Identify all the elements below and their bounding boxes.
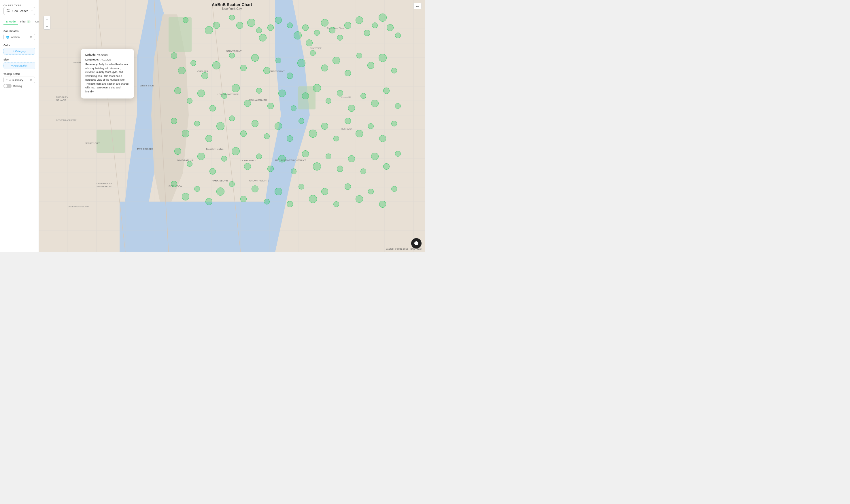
delete-tooltip-icon[interactable]: 🗑 [30, 78, 33, 82]
svg-text:Queensboro Plaza: Queensboro Plaza [327, 27, 344, 29]
tooltip-field-row[interactable]: ⠿ A summary 🗑 [3, 77, 35, 83]
color-label: Color [3, 44, 35, 47]
coordinates-field[interactable]: 🌐 location 🗑 [3, 34, 35, 40]
binning-row: Binning [3, 83, 35, 89]
tooltip-summary-text: Fully furnished bedroom in a luxury buil… [85, 63, 129, 93]
chevron-down-icon: ▾ [31, 10, 33, 12]
add-size-button[interactable]: + Aggregation [3, 62, 35, 69]
svg-rect-1 [8, 9, 10, 11]
text-icon: A [9, 79, 11, 82]
more-options-button[interactable]: ··· [413, 3, 422, 9]
chart-type-text: Geo Scatter [12, 10, 30, 13]
svg-text:BEDFORD-STUYVESANT: BEDFORD-STUYVESANT [275, 159, 306, 162]
binning-label: Binning [13, 85, 22, 88]
svg-text:SQUARE: SQUARE [56, 99, 66, 101]
color-section: Color + Category [3, 44, 35, 55]
map-background: WEST SIDE CHELSEA STUYVESANT LOWER EAST … [39, 0, 425, 252]
svg-text:VINEGAR HILL: VINEGAR HILL [177, 159, 195, 162]
tabs-container: Encode Filter1 Customize [3, 18, 35, 26]
tooltip-lon-value: -74.01722 [100, 58, 111, 61]
svg-text:GOVERNORS ISLAND: GOVERNORS ISLAND [68, 205, 89, 208]
svg-text:Linden Hill: Linden Hill [341, 96, 351, 98]
svg-text:BERGEN/LAFAYETTE: BERGEN/LAFAYETTE [56, 119, 77, 121]
map-area: AirBnB Scatter Chart New York City ··· [39, 0, 425, 252]
binning-toggle[interactable] [3, 84, 12, 88]
svg-text:STUYVESANT: STUYVESANT [226, 50, 242, 52]
svg-text:WEST SIDE: WEST SIDE [140, 84, 154, 87]
add-color-button[interactable]: + Category [3, 48, 35, 55]
tooltip-detail-section: Tooltip Detail ⠿ A summary 🗑 Binning [3, 73, 35, 89]
size-label: Size [3, 58, 35, 61]
svg-rect-34 [298, 86, 316, 109]
svg-text:CHELSEA: CHELSEA [197, 70, 208, 73]
delete-coordinates-icon[interactable]: 🗑 [30, 35, 33, 39]
svg-text:CLINTON HILL: CLINTON HILL [241, 159, 256, 162]
zoom-out-button[interactable]: − [43, 23, 50, 30]
zoom-controls: + − [43, 16, 50, 30]
tab-filter[interactable]: Filter1 [18, 18, 33, 25]
svg-rect-33 [169, 17, 192, 52]
chart-type-section: CHART TYPE Geo Scatter ▾ [3, 4, 35, 15]
tooltip-summary-label: Summary: [85, 63, 98, 66]
svg-text:WATERFRONT: WATERFRONT [96, 185, 113, 188]
tooltip-lat: Latitude: 40.71035 [85, 53, 129, 57]
svg-text:WILLIAMSBURG: WILLIAMSBURG [249, 99, 267, 101]
tooltip-lon-label: Longitude: [85, 58, 99, 61]
svg-rect-3 [8, 11, 10, 12]
size-section: Size + Aggregation [3, 58, 35, 69]
zoom-in-button[interactable]: + [43, 16, 50, 23]
tooltip-detail-label: Tooltip Detail [3, 73, 35, 75]
map-tooltip-popup: Latitude: 40.71035 Longitude: -74.01722 … [81, 49, 134, 98]
svg-rect-0 [7, 9, 8, 11]
tooltip-lat-value: 40.71035 [97, 53, 108, 56]
coordinates-section: Coordinates 🌐 location 🗑 [3, 30, 35, 40]
svg-rect-35 [96, 130, 125, 152]
svg-text:LOWER EAST SIDE: LOWER EAST SIDE [217, 93, 238, 96]
coordinates-label: Coordinates [3, 30, 35, 33]
tooltip-summary: Summary: Fully furnished bedroom in a lu… [85, 62, 129, 94]
svg-text:BUSHWICK: BUSHWICK [341, 128, 352, 130]
svg-text:COLUMBIA ST: COLUMBIA ST [96, 182, 112, 185]
map-tiles: WEST SIDE CHELSEA STUYVESANT LOWER EAST … [39, 0, 425, 252]
svg-text:JERSEY CITY: JERSEY CITY [85, 142, 100, 145]
tooltip-lat-label: Latitude: [85, 53, 96, 56]
svg-text:CROWN HEIGHTS: CROWN HEIGHTS [249, 179, 269, 182]
tooltip-lon: Longitude: -74.01722 [85, 58, 129, 62]
svg-text:RED HOOK: RED HOOK [169, 185, 182, 188]
svg-text:MCGINLEY: MCGINLEY [56, 96, 68, 98]
svg-text:GREENPOINT: GREENPOINT [269, 70, 285, 73]
svg-text:TWO BRIDGES: TWO BRIDGES [137, 148, 153, 150]
tab-encode[interactable]: Encode [3, 18, 18, 25]
drag-handle-icon: ⠿ [6, 79, 8, 81]
svg-text:Brooklyn Heights: Brooklyn Heights [206, 148, 223, 150]
svg-text:PARK SLOPE: PARK SLOPE [212, 179, 228, 182]
left-panel: CHART TYPE Geo Scatter ▾ Encode Filter1 … [0, 0, 39, 252]
chart-type-label: CHART TYPE [3, 4, 35, 7]
globe-icon: 🌐 [6, 36, 9, 39]
filter-badge: 1 [27, 20, 30, 23]
tooltip-field-text: summary [12, 79, 28, 82]
coordinates-field-text: location [11, 36, 28, 39]
geo-scatter-icon [6, 8, 11, 13]
svg-rect-2 [7, 11, 8, 12]
svg-text:SUNNYSIDE: SUNNYSIDE [310, 47, 322, 49]
chat-button[interactable] [411, 238, 422, 249]
chart-type-select[interactable]: Geo Scatter ▾ [3, 7, 35, 15]
